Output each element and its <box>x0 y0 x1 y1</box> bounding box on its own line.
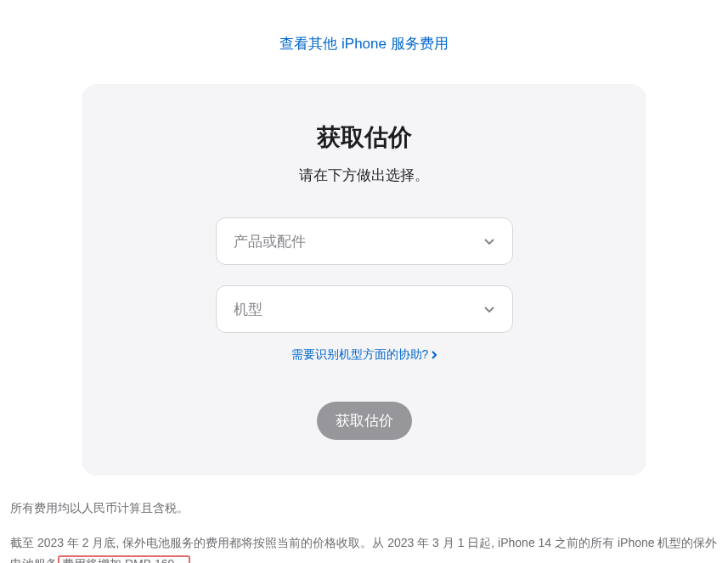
footer-line-1: 所有费用均以人民币计算且含税。 <box>10 498 718 519</box>
footer-line-2: 截至 2023 年 2 月底, 保外电池服务的费用都将按照当前的价格收取。从 2… <box>10 532 718 563</box>
product-select[interactable]: 产品或配件 <box>216 217 513 265</box>
product-select-placeholder: 产品或配件 <box>234 232 306 251</box>
help-link-label: 需要识别机型方面的协助? <box>291 347 429 363</box>
card-subtitle: 请在下方做出选择。 <box>122 166 606 185</box>
model-select[interactable]: 机型 <box>216 285 513 333</box>
chevron-right-icon <box>432 348 437 362</box>
estimate-card: 获取估价 请在下方做出选择。 产品或配件 机型 需要识别机型方面的协助? 获取估… <box>82 84 646 476</box>
view-other-fees-link[interactable]: 查看其他 iPhone 服务费用 <box>279 36 448 52</box>
product-select-wrapper: 产品或配件 <box>216 217 513 265</box>
card-title: 获取估价 <box>122 121 606 154</box>
footer-highlight: 费用将增加 RMB 169。 <box>58 555 190 563</box>
model-select-placeholder: 机型 <box>234 300 262 319</box>
chevron-down-icon <box>483 303 495 315</box>
top-link-container: 查看其他 iPhone 服务费用 <box>0 0 728 70</box>
footer-notes: 所有费用均以人民币计算且含税。 截至 2023 年 2 月底, 保外电池服务的费… <box>0 476 728 563</box>
model-select-wrapper: 机型 <box>216 285 513 333</box>
chevron-down-icon <box>483 235 495 247</box>
help-link-container: 需要识别机型方面的协助? <box>122 346 606 363</box>
identify-model-help-link[interactable]: 需要识别机型方面的协助? <box>291 347 437 363</box>
get-estimate-button[interactable]: 获取估价 <box>317 402 412 440</box>
